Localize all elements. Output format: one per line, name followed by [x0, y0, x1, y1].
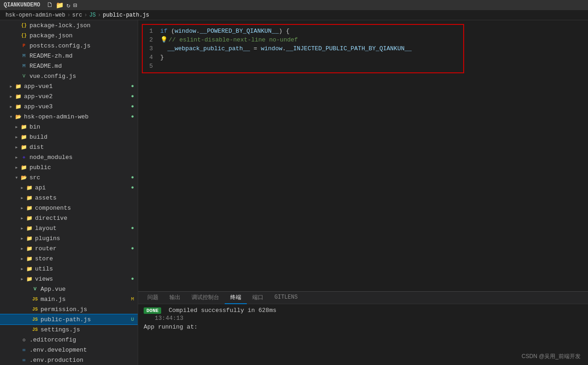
sidebar-item-router[interactable]: 📁 router ●	[0, 243, 138, 253]
sidebar-item-editorconfig[interactable]: ⚙ .editorconfig	[0, 335, 138, 345]
json-icon: {}	[20, 22, 28, 29]
breadcrumb-item-1[interactable]: hsk-open-admin-web	[6, 12, 65, 18]
tab-ports[interactable]: 端口	[247, 292, 269, 304]
sidebar-item-dist[interactable]: 📁 dist	[0, 142, 138, 152]
store-icon: 📁	[26, 255, 33, 262]
editor-area: 1 if (window.__POWERED_BY_QIANKUN__) { 2…	[138, 20, 588, 365]
node-modules-icon: ◈	[20, 153, 28, 161]
chevron-right-icon	[13, 153, 20, 161]
sidebar-item-bin[interactable]: 📁 bin	[0, 122, 138, 132]
js-icon: JS	[31, 306, 39, 313]
new-folder-icon[interactable]: 📁	[56, 1, 64, 9]
sidebar-item-public-path-js[interactable]: JS public-path.js U	[0, 314, 138, 324]
src-folder-icon: 📂	[20, 174, 28, 181]
json-icon: {}	[20, 32, 28, 39]
sidebar-item-utils[interactable]: 📁 utils	[0, 264, 138, 274]
editor-content[interactable]: 1 if (window.__POWERED_BY_QIANKUN__) { 2…	[138, 20, 588, 291]
sidebar: {} package-lock.json {} package.json P p…	[0, 20, 138, 365]
sidebar-item-plugins[interactable]: 📁 plugins	[0, 233, 138, 243]
sidebar-item-src[interactable]: 📂 src ●	[0, 172, 138, 182]
sidebar-item-public[interactable]: 📁 public	[0, 162, 138, 172]
code-highlight-region: 1 if (window.__POWERED_BY_QIANKUN__) { 2…	[142, 24, 464, 73]
sidebar-item-layout[interactable]: 📁 layout ●	[0, 223, 138, 233]
editorconfig-icon: ⚙	[20, 336, 28, 343]
tab-terminal[interactable]: 终端	[225, 292, 247, 304]
code-line-1: 1 if (window.__POWERED_BY_QIANKUN__) {	[143, 27, 463, 35]
collapse-icon[interactable]: ⊟	[73, 1, 77, 9]
title-bar-icons: 🗋 📁 ↻ ⊟	[47, 1, 77, 9]
sidebar-item-readme[interactable]: M README.md	[0, 61, 138, 71]
sidebar-item-app-vue[interactable]: V App.vue	[0, 284, 138, 294]
badge-dot: ●	[131, 83, 134, 89]
tab-output[interactable]: 输出	[164, 292, 186, 304]
badge-dot: ●	[131, 104, 134, 109]
chevron-right-icon	[18, 255, 26, 262]
chevron-right-icon	[7, 82, 15, 90]
sidebar-item-main-js[interactable]: JS main.js M	[0, 294, 138, 304]
folder-icon: 📁	[15, 82, 22, 90]
postcss-icon: P	[20, 42, 28, 49]
code-line-5: 5	[143, 62, 463, 71]
sidebar-item-permission-js[interactable]: JS permission.js	[0, 304, 138, 314]
js-icon: JS	[31, 316, 39, 323]
terminal-running: App running at:	[144, 324, 582, 330]
badge-m: M	[131, 296, 134, 302]
sidebar-item-store[interactable]: 📁 store	[0, 253, 138, 264]
title-bar: QIANKUNDEMO 🗋 📁 ↻ ⊟	[0, 0, 588, 10]
chevron-right-icon	[18, 224, 26, 232]
sidebar-item-app-vue1[interactable]: 📁 app-vue1 ●	[0, 81, 138, 91]
sidebar-item-app-vue2[interactable]: 📁 app-vue2 ●	[0, 91, 138, 101]
chevron-right-icon	[7, 93, 15, 100]
breadcrumb-item-2[interactable]: src	[72, 12, 82, 18]
terminal-line-done: DONE Compiled successfully in 628ms	[144, 307, 582, 314]
terminal-content[interactable]: DONE Compiled successfully in 628ms 13:4…	[138, 304, 588, 365]
new-file-icon[interactable]: 🗋	[47, 1, 53, 9]
chevron-right-icon	[7, 103, 15, 110]
directive-icon: 📁	[26, 214, 33, 222]
sidebar-item-api[interactable]: 📁 api ●	[0, 182, 138, 193]
compiled-msg: Compiled successfully in 628ms	[169, 307, 276, 314]
sidebar-item-hsk-open-admin-web[interactable]: 📂 hsk-open-admin-web ●	[0, 112, 138, 122]
sidebar-item-package-lock[interactable]: {} package-lock.json	[0, 20, 138, 30]
sidebar-item-env-production[interactable]: ✉ .env.production	[0, 355, 138, 365]
sidebar-item-node-modules[interactable]: ◈ node_modules	[0, 152, 138, 162]
chevron-right-icon	[18, 214, 26, 222]
tab-debug-console[interactable]: 调试控制台	[186, 292, 225, 304]
sidebar-item-components[interactable]: 📁 components	[0, 203, 138, 213]
sidebar-item-assets[interactable]: 📁 assets	[0, 193, 138, 203]
layout-icon: 📁	[26, 224, 33, 232]
watermark: CSDN @吴用_前端开发	[522, 353, 581, 360]
chevron-right-icon	[18, 204, 26, 212]
chevron-right-icon	[13, 143, 20, 151]
folder-icon-open: 📂	[15, 113, 22, 120]
code-line-2: 2 💡// eslint-disable-next-line no-undef	[143, 35, 463, 44]
folder-icon: 📁	[20, 143, 28, 151]
sidebar-item-readme-zh[interactable]: M README-zh.md	[0, 51, 138, 61]
tab-gitlens[interactable]: GITLENS	[269, 292, 303, 303]
sidebar-item-settings-js[interactable]: JS settings.js	[0, 324, 138, 335]
sidebar-item-vue-config[interactable]: V vue.config.js	[0, 71, 138, 81]
title-bar-title: QIANKUNDEMO	[4, 2, 40, 8]
sidebar-item-postcss[interactable]: P postcss.config.js	[0, 41, 138, 51]
sidebar-item-env-development[interactable]: ✉ .env.development	[0, 345, 138, 355]
sidebar-item-package[interactable]: {} package.json	[0, 30, 138, 41]
js-icon: JS	[31, 295, 39, 303]
tab-problems[interactable]: 问题	[142, 292, 164, 304]
components-icon: 📁	[26, 204, 33, 212]
vue-config-icon: V	[20, 72, 28, 80]
sidebar-item-directive[interactable]: 📁 directive	[0, 213, 138, 223]
sidebar-item-views[interactable]: 📁 views ●	[0, 274, 138, 284]
chevron-right-icon	[13, 133, 20, 141]
breadcrumb-item-4[interactable]: public-path.js	[103, 12, 149, 18]
breadcrumb-item-3[interactable]: JS	[89, 12, 96, 18]
router-icon: 📁	[26, 245, 33, 252]
folder-icon: 📁	[20, 164, 28, 171]
folder-icon: 📁	[15, 93, 22, 100]
sidebar-item-build[interactable]: 📁 build	[0, 132, 138, 142]
chevron-right-icon	[13, 164, 20, 171]
refresh-icon[interactable]: ↻	[66, 1, 70, 9]
panel: 问题 输出 调试控制台 终端 端口 GITLENS DONE Compiled …	[138, 291, 588, 365]
chevron-right-icon	[18, 275, 26, 283]
chevron-right-icon	[18, 245, 26, 252]
sidebar-item-app-vue3[interactable]: 📁 app-vue3 ●	[0, 101, 138, 112]
